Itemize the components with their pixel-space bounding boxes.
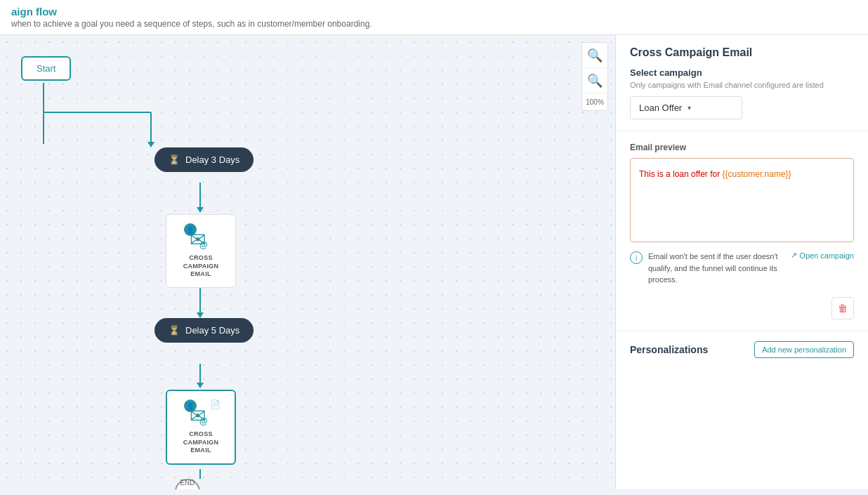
at-icon2: @ <box>199 416 208 426</box>
page-description: when to achieve a goal you need a sequen… <box>11 19 857 29</box>
info-row: i Email won't be sent if the user doesn'… <box>630 251 854 286</box>
right-panel: Cross Campaign Email Select campaign Onl… <box>615 35 868 489</box>
open-campaign-text: Open campaign <box>799 251 854 260</box>
dropdown-arrow-icon: ▾ <box>688 104 691 112</box>
external-link-icon: ↗ <box>791 251 797 260</box>
start-node: Start <box>21 56 71 81</box>
connector-svg <box>0 35 615 489</box>
personalizations-title: Personalizations <box>630 344 708 355</box>
campaign1-label: CROSS CAMPAIGNEMAIL <box>175 254 227 279</box>
email-preview-label: Email preview <box>630 143 854 152</box>
campaign2-node[interactable]: 👤 ✉ @ 📄 CROSS CAMPAIGNEMAIL <box>166 390 236 465</box>
campaign-select-dropdown[interactable]: Loan Offer ▾ <box>630 96 742 119</box>
zoom-level: 100% <box>582 93 607 110</box>
panel-title: Cross Campaign Email <box>630 46 854 59</box>
delay-5-days-node[interactable]: ⏳ Delay 5 Days <box>154 318 254 343</box>
start-label: Start <box>37 63 55 74</box>
svg-marker-10 <box>197 383 204 388</box>
hourglass-icon: ⏳ <box>169 154 180 165</box>
email-preview-text: This is a loan offer for {{customer.name… <box>639 169 791 179</box>
panel-header-section: Cross Campaign Email Select campaign Onl… <box>616 35 868 131</box>
page-title: aign flow <box>11 6 857 18</box>
add-personalization-button[interactable]: Add new personalization <box>754 341 854 358</box>
trash-icon: 🗑 <box>838 303 848 314</box>
canvas-area: Start ⏳ Delay 3 Days 👤 ✉ @ CROSS CAMPAIG… <box>0 35 615 489</box>
email-preview-section: Email preview This is a loan offer for {… <box>616 131 868 331</box>
delete-button[interactable]: 🗑 <box>831 297 854 319</box>
info-icon: i <box>630 251 643 264</box>
zoom-controls: 🔍 🔍 100% <box>581 42 608 111</box>
delay2-label: Delay 5 Days <box>185 325 239 336</box>
zoom-in-button[interactable]: 🔍 <box>582 43 607 68</box>
hourglass-icon2: ⏳ <box>169 325 180 336</box>
campaign2-label: CROSS CAMPAIGNEMAIL <box>176 430 226 455</box>
select-campaign-label: Select campaign <box>630 67 854 78</box>
svg-marker-6 <box>197 207 204 213</box>
svg-marker-8 <box>197 312 204 318</box>
preview-static-text: This is a loan offer for <box>639 169 720 179</box>
svg-marker-4 <box>147 142 154 147</box>
select-campaign-description: Only campaigns with Email channel config… <box>630 81 854 89</box>
delay-3-days-node[interactable]: ⏳ Delay 3 Days <box>154 147 254 172</box>
zoom-in-icon: 🔍 <box>587 48 603 63</box>
top-bar: aign flow when to achieve a goal you nee… <box>0 0 868 35</box>
email-preview-box: This is a loan offer for {{customer.name… <box>630 158 854 242</box>
info-text: Email won't be sent if the user doesn't … <box>648 251 785 286</box>
delay1-label: Delay 3 Days <box>185 154 239 165</box>
main-container: Start ⏳ Delay 3 Days 👤 ✉ @ CROSS CAMPAIG… <box>0 35 868 489</box>
zoom-out-button[interactable]: 🔍 <box>582 68 607 93</box>
zoom-out-icon: 🔍 <box>587 73 603 88</box>
campaign1-icon-wrapper: 👤 ✉ @ <box>184 223 218 251</box>
at-icon: @ <box>199 240 208 250</box>
open-campaign-link[interactable]: ↗ Open campaign <box>791 251 854 260</box>
template-variable: {{customer.name}} <box>723 169 791 179</box>
end-label: END <box>175 479 200 487</box>
personalizations-section: Personalizations Add new personalization <box>616 331 868 368</box>
campaign-select-value: Loan Offer <box>639 103 682 113</box>
campaign1-node[interactable]: 👤 ✉ @ CROSS CAMPAIGNEMAIL <box>166 214 236 288</box>
delete-btn-container: 🗑 <box>630 291 854 319</box>
campaign2-icon-wrapper: 👤 ✉ @ 📄 <box>184 400 218 428</box>
doc-icon: 📄 <box>210 400 221 409</box>
